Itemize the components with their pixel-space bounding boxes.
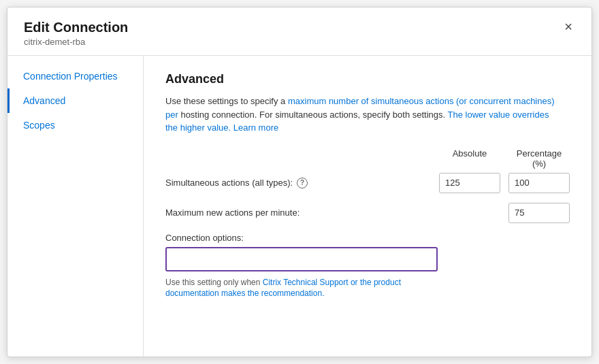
description: Use these settings to specify a maximum … [165, 95, 560, 135]
sidebar-item-connection-properties[interactable]: Connection Properties [7, 64, 143, 88]
connection-options-hint: Use this setting only when Citrix Techni… [165, 277, 438, 300]
max-new-actions-inputs [508, 203, 570, 223]
sidebar-item-scopes[interactable]: Scopes [7, 113, 143, 137]
description-highlight2: The lower value overrides the higher val… [165, 110, 549, 133]
simultaneous-actions-absolute-input[interactable] [439, 173, 500, 193]
max-new-actions-row: Maximum new actions per minute: [165, 203, 570, 223]
close-button[interactable]: × [562, 20, 575, 33]
dialog-body: Connection Properties Advanced Scopes Ad… [7, 56, 592, 357]
dialog-header: Edit Connection citrix-demet-rba × [7, 7, 592, 56]
simultaneous-actions-row: Simultaneous actions (all types): ? [165, 173, 570, 193]
col-headers: Absolute Percentage (%) [165, 148, 570, 169]
max-new-actions-absolute-input[interactable] [508, 203, 570, 223]
connection-options-label: Connection options: [165, 233, 570, 243]
simultaneous-actions-inputs [439, 173, 570, 193]
col-header-absolute: Absolute [439, 148, 500, 169]
max-new-actions-label: Maximum new actions per minute: [165, 208, 508, 218]
simultaneous-actions-percentage-input[interactable] [508, 173, 570, 193]
title-block: Edit Connection citrix-demet-rba [24, 20, 128, 47]
sidebar-item-advanced[interactable]: Advanced [7, 88, 143, 113]
dialog-subtitle: citrix-demet-rba [24, 37, 128, 47]
fields-section: Absolute Percentage (%) Simultaneous act… [165, 148, 570, 223]
connection-options-input[interactable] [165, 247, 438, 271]
connection-options-section: Connection options: Use this setting onl… [165, 233, 570, 300]
connection-options-hint-highlight: Citrix Technical Support or the product … [165, 278, 401, 299]
simultaneous-actions-help-icon[interactable]: ? [297, 178, 308, 188]
edit-connection-dialog: Edit Connection citrix-demet-rba × Conne… [7, 7, 592, 357]
simultaneous-actions-label: Simultaneous actions (all types): ? [165, 178, 439, 188]
sidebar: Connection Properties Advanced Scopes [7, 56, 144, 357]
dialog-title: Edit Connection [24, 20, 128, 35]
col-header-percentage: Percentage (%) [508, 148, 570, 169]
main-content: Advanced Use these settings to specify a… [144, 56, 592, 357]
learn-more-link[interactable]: Learn more [233, 122, 278, 133]
section-title: Advanced [165, 72, 570, 86]
